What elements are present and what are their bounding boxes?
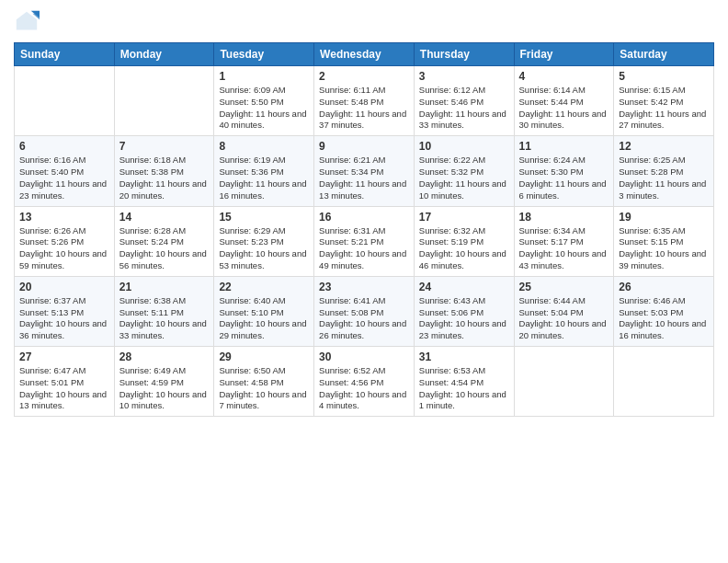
calendar-cell: 29Sunrise: 6:50 AM Sunset: 4:58 PM Dayli… [214, 347, 314, 417]
calendar-cell [514, 347, 614, 417]
page: SundayMondayTuesdayWednesdayThursdayFrid… [0, 0, 728, 563]
day-info: Sunrise: 6:34 AM Sunset: 5:17 PM Dayligh… [519, 225, 609, 272]
day-info: Sunrise: 6:12 AM Sunset: 5:46 PM Dayligh… [419, 85, 509, 132]
day-number: 18 [519, 211, 609, 224]
weekday-header-monday: Monday [114, 43, 214, 66]
day-info: Sunrise: 6:29 AM Sunset: 5:23 PM Dayligh… [219, 225, 309, 272]
day-info: Sunrise: 6:19 AM Sunset: 5:36 PM Dayligh… [219, 155, 309, 201]
day-info: Sunrise: 6:50 AM Sunset: 4:58 PM Dayligh… [219, 365, 309, 412]
day-info: Sunrise: 6:53 AM Sunset: 4:54 PM Dayligh… [419, 365, 509, 412]
calendar-cell: 27Sunrise: 6:47 AM Sunset: 5:01 PM Dayli… [15, 347, 115, 417]
calendar-cell [114, 66, 214, 136]
weekday-header-saturday: Saturday [614, 43, 714, 66]
weekday-header-sunday: Sunday [15, 43, 115, 66]
day-number: 16 [319, 211, 409, 224]
calendar-cell: 26Sunrise: 6:46 AM Sunset: 5:03 PM Dayli… [614, 276, 714, 346]
day-number: 20 [19, 281, 109, 293]
calendar-week-row: 1Sunrise: 6:09 AM Sunset: 5:50 PM Daylig… [15, 66, 714, 136]
weekday-header-friday: Friday [514, 43, 614, 66]
day-info: Sunrise: 6:47 AM Sunset: 5:01 PM Dayligh… [19, 365, 109, 412]
calendar-cell: 11Sunrise: 6:24 AM Sunset: 5:30 PM Dayli… [514, 136, 614, 206]
day-number: 17 [419, 211, 509, 224]
day-number: 21 [119, 281, 210, 293]
calendar-cell: 4Sunrise: 6:14 AM Sunset: 5:44 PM Daylig… [514, 66, 614, 136]
calendar-week-row: 6Sunrise: 6:16 AM Sunset: 5:40 PM Daylig… [15, 136, 714, 206]
day-info: Sunrise: 6:25 AM Sunset: 5:28 PM Dayligh… [619, 155, 709, 201]
calendar-cell: 31Sunrise: 6:53 AM Sunset: 4:54 PM Dayli… [414, 347, 514, 417]
day-info: Sunrise: 6:21 AM Sunset: 5:34 PM Dayligh… [319, 155, 409, 201]
day-number: 5 [619, 70, 709, 83]
day-number: 7 [119, 140, 210, 153]
day-info: Sunrise: 6:15 AM Sunset: 5:42 PM Dayligh… [619, 85, 709, 132]
day-info: Sunrise: 6:16 AM Sunset: 5:40 PM Dayligh… [19, 155, 109, 201]
day-info: Sunrise: 6:44 AM Sunset: 5:04 PM Dayligh… [519, 295, 609, 342]
day-info: Sunrise: 6:35 AM Sunset: 5:15 PM Dayligh… [619, 225, 709, 272]
calendar-cell: 13Sunrise: 6:26 AM Sunset: 5:26 PM Dayli… [15, 206, 115, 276]
calendar-cell: 20Sunrise: 6:37 AM Sunset: 5:13 PM Dayli… [15, 276, 115, 346]
calendar-cell: 10Sunrise: 6:22 AM Sunset: 5:32 PM Dayli… [414, 136, 514, 206]
day-number: 12 [619, 140, 709, 153]
calendar-cell: 1Sunrise: 6:09 AM Sunset: 5:50 PM Daylig… [214, 66, 314, 136]
calendar-cell: 24Sunrise: 6:43 AM Sunset: 5:06 PM Dayli… [414, 276, 514, 346]
calendar-cell: 2Sunrise: 6:11 AM Sunset: 5:48 PM Daylig… [314, 66, 415, 136]
day-number: 11 [519, 140, 609, 153]
day-number: 6 [19, 140, 109, 153]
day-number: 23 [319, 281, 409, 293]
day-info: Sunrise: 6:38 AM Sunset: 5:11 PM Dayligh… [119, 295, 210, 342]
day-info: Sunrise: 6:41 AM Sunset: 5:08 PM Dayligh… [319, 295, 409, 342]
day-number: 8 [219, 140, 309, 153]
day-info: Sunrise: 6:52 AM Sunset: 4:56 PM Dayligh… [319, 365, 409, 412]
logo-icon [14, 9, 40, 35]
day-number: 3 [419, 70, 509, 83]
day-number: 15 [219, 211, 309, 224]
day-info: Sunrise: 6:37 AM Sunset: 5:13 PM Dayligh… [19, 295, 109, 342]
day-info: Sunrise: 6:24 AM Sunset: 5:30 PM Dayligh… [519, 155, 609, 201]
day-info: Sunrise: 6:18 AM Sunset: 5:38 PM Dayligh… [119, 155, 210, 201]
calendar-cell: 12Sunrise: 6:25 AM Sunset: 5:28 PM Dayli… [614, 136, 714, 206]
calendar-cell: 8Sunrise: 6:19 AM Sunset: 5:36 PM Daylig… [214, 136, 314, 206]
day-info: Sunrise: 6:46 AM Sunset: 5:03 PM Dayligh… [619, 295, 709, 342]
day-number: 24 [419, 281, 509, 293]
calendar-cell: 23Sunrise: 6:41 AM Sunset: 5:08 PM Dayli… [314, 276, 415, 346]
calendar-week-row: 20Sunrise: 6:37 AM Sunset: 5:13 PM Dayli… [15, 276, 714, 346]
calendar-cell: 9Sunrise: 6:21 AM Sunset: 5:34 PM Daylig… [314, 136, 415, 206]
day-info: Sunrise: 6:11 AM Sunset: 5:48 PM Dayligh… [319, 85, 409, 132]
day-number: 27 [19, 350, 109, 363]
day-info: Sunrise: 6:31 AM Sunset: 5:21 PM Dayligh… [319, 225, 409, 272]
calendar-cell: 22Sunrise: 6:40 AM Sunset: 5:10 PM Dayli… [214, 276, 314, 346]
calendar-week-row: 13Sunrise: 6:26 AM Sunset: 5:26 PM Dayli… [15, 206, 714, 276]
day-info: Sunrise: 6:22 AM Sunset: 5:32 PM Dayligh… [419, 155, 509, 201]
calendar-cell: 7Sunrise: 6:18 AM Sunset: 5:38 PM Daylig… [114, 136, 214, 206]
day-number: 4 [519, 70, 609, 83]
weekday-header-row: SundayMondayTuesdayWednesdayThursdayFrid… [15, 43, 714, 66]
day-number: 9 [319, 140, 409, 153]
day-info: Sunrise: 6:32 AM Sunset: 5:19 PM Dayligh… [419, 225, 509, 272]
day-number: 25 [519, 281, 609, 293]
header [14, 9, 714, 35]
calendar-cell: 19Sunrise: 6:35 AM Sunset: 5:15 PM Dayli… [614, 206, 714, 276]
calendar-cell: 5Sunrise: 6:15 AM Sunset: 5:42 PM Daylig… [614, 66, 714, 136]
calendar-cell [614, 347, 714, 417]
day-number: 13 [19, 211, 109, 224]
calendar-cell: 17Sunrise: 6:32 AM Sunset: 5:19 PM Dayli… [414, 206, 514, 276]
calendar-cell: 14Sunrise: 6:28 AM Sunset: 5:24 PM Dayli… [114, 206, 214, 276]
calendar-cell: 15Sunrise: 6:29 AM Sunset: 5:23 PM Dayli… [214, 206, 314, 276]
day-number: 1 [219, 70, 309, 83]
day-number: 10 [419, 140, 509, 153]
calendar-table: SundayMondayTuesdayWednesdayThursdayFrid… [14, 42, 714, 417]
logo [14, 9, 43, 35]
calendar-cell: 21Sunrise: 6:38 AM Sunset: 5:11 PM Dayli… [114, 276, 214, 346]
day-info: Sunrise: 6:43 AM Sunset: 5:06 PM Dayligh… [419, 295, 509, 342]
day-info: Sunrise: 6:40 AM Sunset: 5:10 PM Dayligh… [219, 295, 309, 342]
day-number: 22 [219, 281, 309, 293]
weekday-header-wednesday: Wednesday [314, 43, 415, 66]
calendar-cell: 3Sunrise: 6:12 AM Sunset: 5:46 PM Daylig… [414, 66, 514, 136]
day-number: 14 [119, 211, 210, 224]
calendar-week-row: 27Sunrise: 6:47 AM Sunset: 5:01 PM Dayli… [15, 347, 714, 417]
day-number: 31 [419, 350, 509, 363]
day-info: Sunrise: 6:26 AM Sunset: 5:26 PM Dayligh… [19, 225, 109, 272]
day-info: Sunrise: 6:14 AM Sunset: 5:44 PM Dayligh… [519, 85, 609, 132]
calendar-cell: 25Sunrise: 6:44 AM Sunset: 5:04 PM Dayli… [514, 276, 614, 346]
day-number: 19 [619, 211, 709, 224]
calendar-cell: 18Sunrise: 6:34 AM Sunset: 5:17 PM Dayli… [514, 206, 614, 276]
